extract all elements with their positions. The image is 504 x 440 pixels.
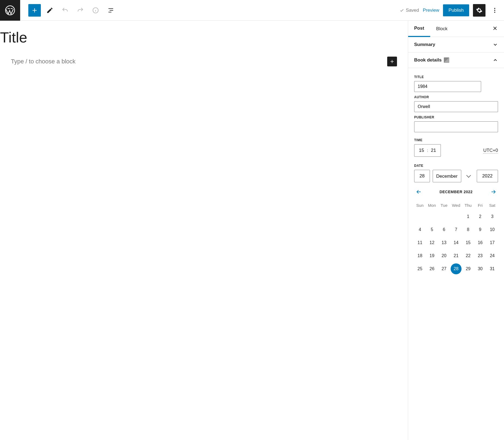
- date-row: December: [414, 170, 498, 182]
- saved-status: Saved: [399, 8, 419, 13]
- calendar-day[interactable]: 14: [451, 237, 462, 248]
- calendar-day[interactable]: 15: [463, 237, 474, 248]
- calendar-weekday-header: Wed: [450, 201, 462, 210]
- panel-book-details-header[interactable]: Book details: [408, 53, 504, 68]
- calendar-day[interactable]: 27: [439, 263, 450, 274]
- pencil-icon: [46, 7, 53, 14]
- tab-post[interactable]: Post: [408, 21, 430, 37]
- settings-button[interactable]: [473, 4, 485, 17]
- publisher-field[interactable]: [414, 121, 498, 132]
- redo-button[interactable]: [74, 4, 87, 17]
- calendar-day[interactable]: 30: [475, 263, 486, 274]
- calendar-weekday-header: Tue: [438, 201, 450, 210]
- plus-icon: [31, 7, 38, 14]
- author-field[interactable]: [414, 101, 498, 112]
- info-icon: [92, 7, 99, 14]
- date-month-select[interactable]: December: [433, 170, 461, 182]
- calendar-day[interactable]: 20: [439, 250, 450, 261]
- date-label: DATE: [414, 164, 498, 168]
- calendar-day[interactable]: 3: [487, 211, 498, 222]
- inline-add-block-button[interactable]: [387, 57, 397, 66]
- calendar-day[interactable]: 22: [463, 250, 474, 261]
- svg-point-4: [494, 12, 495, 13]
- calendar-day[interactable]: 9: [475, 224, 486, 235]
- calendar-day[interactable]: 19: [426, 250, 437, 261]
- block-placeholder-text[interactable]: Type / to choose a block: [11, 58, 75, 65]
- calendar-day[interactable]: 16: [475, 237, 486, 248]
- calendar-day[interactable]: 11: [414, 237, 425, 248]
- calendar-day[interactable]: 2: [475, 211, 486, 222]
- calendar-day[interactable]: 25: [414, 263, 425, 274]
- list-icon: [107, 7, 114, 14]
- outline-button[interactable]: [105, 4, 117, 17]
- arrow-right-icon: [490, 189, 497, 195]
- calendar-empty-cell: [439, 211, 450, 222]
- calendar-day[interactable]: 21: [451, 250, 462, 261]
- calendar-day[interactable]: 29: [463, 263, 474, 274]
- calendar-day[interactable]: 31: [487, 263, 498, 274]
- wordpress-icon: [5, 5, 16, 16]
- publish-button[interactable]: Publish: [443, 4, 469, 16]
- top-toolbar: Saved Preview Publish: [0, 0, 504, 21]
- calendar-next-button[interactable]: [489, 188, 497, 196]
- svg-point-0: [5, 6, 14, 15]
- timezone-label[interactable]: UTC+0: [483, 148, 498, 153]
- time-row: : UTC+0: [414, 144, 498, 157]
- calendar-nav: DECEMBER 2022: [414, 188, 498, 196]
- calendar-day[interactable]: 26: [426, 263, 437, 274]
- editor-canvas[interactable]: Title Type / to choose a block: [0, 21, 408, 440]
- edit-mode-button[interactable]: [44, 4, 56, 17]
- preview-link[interactable]: Preview: [423, 8, 439, 13]
- time-hours-input[interactable]: [418, 148, 425, 153]
- calendar-day[interactable]: 17: [487, 237, 498, 248]
- undo-button[interactable]: [59, 4, 71, 17]
- calendar-weekday-header: Sat: [487, 201, 498, 210]
- calendar-day[interactable]: 7: [451, 224, 462, 235]
- tab-block[interactable]: Block: [430, 21, 454, 36]
- calendar-day[interactable]: 1: [463, 211, 474, 222]
- calendar-grid: SunMonTueWedThuFriSat1234567891011121314…: [414, 201, 498, 275]
- info-button[interactable]: [89, 4, 102, 17]
- calendar-day[interactable]: 10: [487, 224, 498, 235]
- calendar-day[interactable]: 6: [439, 224, 450, 235]
- calendar-prev-button[interactable]: [415, 188, 423, 196]
- block-placeholder-row: Type / to choose a block: [0, 57, 397, 66]
- panel-summary-header[interactable]: Summary: [408, 37, 504, 53]
- time-minutes-input[interactable]: [430, 148, 437, 153]
- calendar-empty-cell: [451, 211, 462, 222]
- date-year-input[interactable]: [477, 170, 498, 182]
- more-options-button[interactable]: [489, 4, 500, 17]
- calendar-day[interactable]: 4: [414, 224, 425, 235]
- calendar-day[interactable]: 28: [451, 263, 462, 274]
- date-day-input[interactable]: [414, 170, 430, 182]
- toolbar-right: Saved Preview Publish: [399, 4, 504, 17]
- publisher-label: PUBLISHER: [414, 115, 498, 119]
- calendar-weekday-header: Sun: [414, 201, 426, 210]
- svg-point-3: [494, 10, 495, 11]
- calendar-day[interactable]: 13: [439, 237, 450, 248]
- wordpress-logo[interactable]: [0, 0, 20, 21]
- calendar-month-year: DECEMBER 2022: [439, 190, 473, 194]
- calendar-day[interactable]: 5: [426, 224, 437, 235]
- calendar-day[interactable]: 8: [463, 224, 474, 235]
- calendar-day[interactable]: 23: [475, 250, 486, 261]
- arrow-left-icon: [416, 189, 422, 195]
- post-title-input[interactable]: Title: [0, 29, 397, 46]
- sidebar-tabs: Post Block: [408, 21, 504, 37]
- close-sidebar-button[interactable]: [486, 25, 504, 32]
- calendar-day[interactable]: 18: [414, 250, 425, 261]
- gear-icon: [476, 7, 482, 14]
- calendar-weekday-header: Thu: [462, 201, 474, 210]
- close-icon: [492, 25, 498, 31]
- time-input-group: :: [414, 144, 441, 157]
- book-icon: [444, 57, 449, 63]
- undo-icon: [62, 7, 69, 14]
- panel-book-details-body: TITLE AUTHOR PUBLISHER TIME : UTC+0 DATE: [408, 68, 504, 281]
- check-icon: [399, 8, 404, 13]
- add-block-button[interactable]: [28, 4, 41, 17]
- time-label: TIME: [414, 138, 498, 142]
- title-field[interactable]: [414, 81, 481, 92]
- calendar-day[interactable]: 24: [487, 250, 498, 261]
- redo-icon: [77, 7, 84, 14]
- calendar-day[interactable]: 12: [426, 237, 437, 248]
